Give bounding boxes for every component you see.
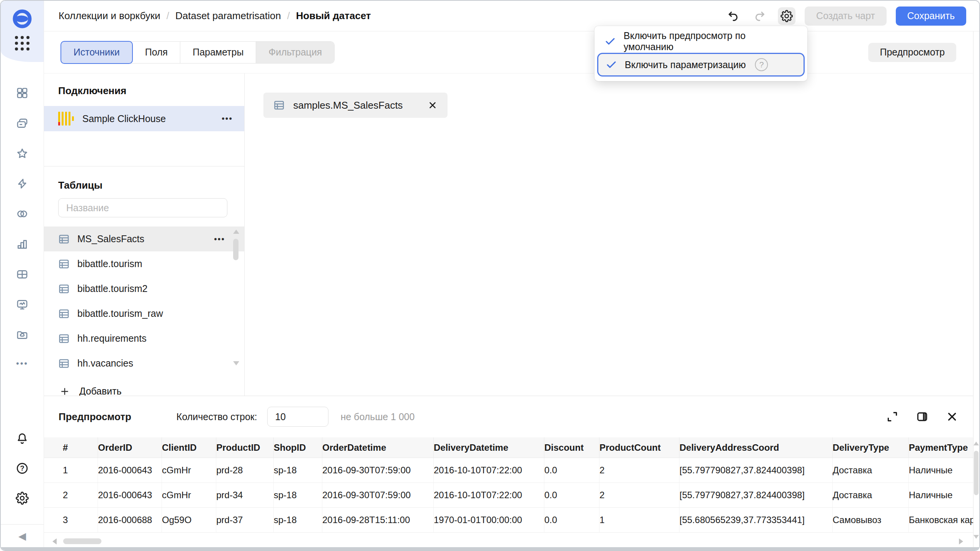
expand-preview-icon[interactable] — [886, 410, 899, 423]
scroll-down-arrow-icon[interactable] — [973, 535, 979, 539]
window-bottom-edge — [1, 547, 979, 550]
tab-filtering[interactable]: Фильтрация — [256, 42, 334, 63]
table-row: 32016-000688Og59Oprd-37sp-182016-09-28T1… — [44, 508, 973, 533]
create-chart-button[interactable]: Создать чарт — [805, 7, 887, 26]
table-row: 22016-000643cGmHrprd-34sp-182016-09-30T0… — [44, 483, 973, 508]
row-menu-button[interactable]: ••• — [214, 234, 225, 244]
table-cell: [55.797790827,37.824400398] — [679, 458, 833, 483]
dataset-settings-button[interactable] — [778, 7, 795, 25]
scroll-left-arrow-icon[interactable] — [52, 538, 57, 544]
table-row-label: MS_SalesFacts — [77, 233, 144, 245]
connections-icon[interactable] — [16, 207, 29, 220]
add-table-button[interactable]: Добавить — [44, 386, 244, 397]
breadcrumb-item[interactable]: Новый датасет — [296, 10, 371, 22]
collapse-sidebar-button[interactable]: ◀ — [1, 524, 44, 547]
scroll-up-arrow-icon[interactable] — [233, 230, 239, 234]
tab-sources[interactable]: Источники — [60, 41, 133, 64]
scroll-up-arrow-icon[interactable] — [973, 442, 979, 445]
horizontal-scrollbar[interactable] — [52, 538, 963, 545]
tabs: ИсточникиПоляПараметрыФильтрация — [61, 41, 335, 64]
connection-menu-button[interactable]: ••• — [222, 114, 233, 124]
menu-item[interactable]: Включить предпросмотр по умолчанию — [595, 30, 807, 53]
table-cell: 1 — [599, 508, 679, 532]
table-cell: Самовывоз — [833, 508, 909, 532]
split-view-icon[interactable] — [916, 410, 929, 423]
remove-source-icon[interactable] — [428, 100, 438, 110]
table-search-input[interactable] — [58, 198, 227, 217]
close-preview-icon[interactable] — [946, 410, 959, 423]
apps-grid-icon[interactable] — [15, 36, 29, 51]
scroll-down-arrow-icon[interactable] — [233, 361, 239, 365]
scroll-right-arrow-icon[interactable] — [959, 538, 963, 544]
table-list-item[interactable]: MS_SalesFacts ••• — [44, 227, 244, 251]
preview-title: Предпросмотр — [59, 411, 131, 423]
main-area: Коллекции и воркбуки/Dataset parametrisa… — [44, 1, 979, 550]
table-icon — [58, 308, 70, 320]
table-cell: 1 — [63, 458, 98, 483]
notifications-bell-icon[interactable] — [15, 432, 29, 445]
tab-fields[interactable]: Поля — [133, 42, 180, 63]
datasets-table-icon[interactable] — [16, 268, 29, 281]
save-button[interactable]: Сохранить — [896, 7, 966, 26]
table-list-item[interactable]: bibattle.tourism — [44, 251, 244, 276]
table-row-label: bibattle.tourism — [77, 258, 142, 269]
sidebar-nav: ••• — [1, 86, 44, 368]
breadcrumb-item[interactable]: Коллекции и воркбуки — [59, 10, 160, 22]
table-list-item[interactable]: bibattle.tourism2 — [44, 276, 244, 301]
table-cell: 0.0 — [544, 508, 599, 532]
breadcrumb-item[interactable]: Dataset parametrisation — [175, 10, 281, 22]
charts-icon[interactable] — [16, 238, 29, 251]
storage-folder-icon[interactable] — [16, 328, 29, 341]
help-circle-icon[interactable]: ? — [755, 58, 768, 71]
monitoring-icon[interactable] — [16, 298, 29, 311]
table-list-item[interactable]: hh.vacancies — [44, 351, 244, 376]
column-header: PaymentType — [909, 437, 973, 458]
table-cell: prd-34 — [216, 483, 274, 507]
redo-icon — [754, 10, 766, 22]
table-list-item[interactable]: bibattle.tourism_raw — [44, 301, 244, 326]
table-list-item[interactable]: hh.requirements — [44, 326, 244, 351]
dashboard-grid-icon[interactable] — [16, 86, 29, 99]
more-ellipsis-icon[interactable]: ••• — [16, 359, 28, 368]
menu-item[interactable]: Включить параметризацию? — [597, 53, 805, 77]
redo-button[interactable] — [751, 7, 769, 25]
table-cell: 2016-09-30T07:59:00 — [322, 458, 434, 483]
tables-list-scrollbar-thumb[interactable] — [233, 239, 238, 260]
source-canvas: samples.MS_SalesFacts — [245, 73, 973, 396]
column-header: ProductID — [216, 437, 274, 458]
tables-list-scrollbar[interactable] — [233, 227, 239, 376]
column-header: ClientID — [162, 437, 216, 458]
tab-parameters[interactable]: Параметры — [180, 42, 256, 63]
table-cell: [55.680565239,37.773353441] — [679, 508, 833, 532]
table-cell: 2016-09-30T07:59:00 — [322, 483, 434, 507]
table-icon — [58, 283, 70, 295]
table-row: 12016-000643cGmHrprd-28sp-182016-09-30T0… — [44, 458, 973, 483]
horizontal-scrollbar-thumb[interactable] — [63, 538, 101, 544]
rows-count-input[interactable] — [267, 407, 328, 427]
help-icon[interactable]: ? — [15, 461, 29, 475]
column-header: ProductCount — [599, 437, 679, 458]
collections-icon[interactable] — [16, 117, 29, 130]
vertical-scrollbar[interactable] — [973, 31, 979, 547]
menu-item-label: Включить предпросмотр по умолчанию — [624, 30, 797, 52]
undo-button[interactable] — [724, 7, 742, 25]
vertical-scrollbar-thumb[interactable] — [974, 451, 978, 495]
table-cell: 2016-000688 — [98, 508, 162, 532]
svg-text:?: ? — [20, 464, 24, 472]
preview-table-head: #OrderIDClientIDProductIDShopIDOrderDate… — [44, 437, 973, 458]
topbar-actions: Создать чарт Сохранить — [724, 7, 966, 26]
column-header: # — [63, 437, 98, 458]
lightning-icon[interactable] — [16, 177, 29, 190]
settings-gear-icon[interactable] — [15, 491, 29, 505]
gear-icon — [781, 10, 793, 22]
table-cell: Доставка — [833, 458, 909, 483]
source-table-chip[interactable]: samples.MS_SalesFacts — [263, 93, 448, 118]
favorites-star-icon[interactable] — [16, 147, 29, 160]
checkmark-icon — [604, 36, 616, 47]
preview-toggle-button[interactable]: Предпросмотр — [868, 43, 956, 62]
left-panel: Подключения Sample ClickHouse ••• Таблиц… — [44, 73, 245, 396]
datalens-logo-icon[interactable] — [11, 1, 33, 22]
column-header: DeliveryAddressCoord — [679, 437, 833, 458]
table-cell: 2016-10-10T07:22:00 — [434, 458, 544, 483]
connection-item[interactable]: Sample ClickHouse ••• — [44, 106, 244, 131]
